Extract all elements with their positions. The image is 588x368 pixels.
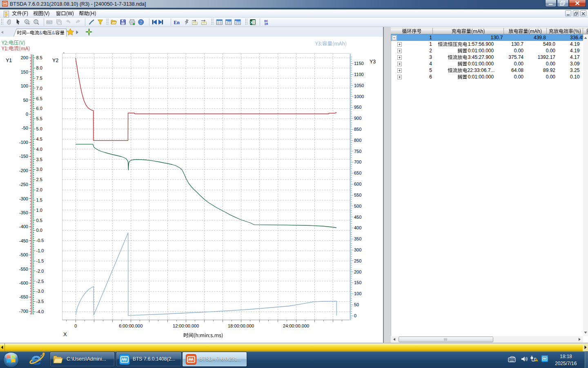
svg-text:-0.5: -0.5 — [36, 238, 44, 243]
svg-text:-3.0: -3.0 — [36, 289, 44, 294]
svg-text:-3.5: -3.5 — [36, 299, 44, 304]
svg-text:-150: -150 — [19, 154, 28, 159]
svg-text:1000: 1000 — [354, 94, 364, 99]
svg-text:7.0: 7.0 — [36, 86, 42, 91]
svg-text:-350: -350 — [19, 210, 28, 215]
svg-text:-400: -400 — [19, 224, 28, 229]
svg-text:IR: IR — [264, 22, 268, 26]
svg-text:8.5: 8.5 — [36, 55, 42, 60]
svg-text:50: 50 — [23, 98, 28, 103]
svg-text:-600: -600 — [19, 280, 28, 285]
svg-text:En: En — [174, 20, 180, 25]
svg-text:300: 300 — [354, 247, 361, 252]
svg-text:200: 200 — [21, 55, 28, 60]
svg-text:700: 700 — [354, 159, 361, 164]
svg-text:-1.5: -1.5 — [36, 258, 44, 263]
svg-text:450: 450 — [354, 215, 361, 220]
svg-text:850: 850 — [354, 127, 361, 132]
svg-text:400: 400 — [354, 225, 361, 230]
svg-text:-650: -650 — [19, 294, 28, 299]
svg-text:Y3: Y3 — [370, 59, 376, 65]
svg-text:1100: 1100 — [354, 72, 364, 77]
svg-text:Y1: Y1 — [6, 58, 12, 63]
svg-text:1.5: 1.5 — [36, 197, 42, 202]
svg-text:3.0: 3.0 — [36, 167, 42, 172]
svg-text:-700: -700 — [19, 309, 28, 314]
svg-text:5.0: 5.0 — [36, 126, 42, 131]
svg-text:-550: -550 — [19, 267, 28, 272]
svg-text:250: 250 — [354, 258, 361, 263]
svg-text:0.5: 0.5 — [36, 218, 42, 223]
svg-text:950: 950 — [354, 105, 361, 110]
svg-text:5.5: 5.5 — [36, 116, 42, 121]
svg-text:-200: -200 — [19, 168, 28, 173]
svg-text:RST: RST — [47, 21, 52, 24]
svg-text:3.5: 3.5 — [36, 157, 42, 162]
svg-text:600: 600 — [354, 182, 361, 186]
svg-text:0: 0 — [74, 323, 77, 328]
svg-text:-2.0: -2.0 — [36, 269, 44, 274]
svg-text:X: X — [250, 20, 253, 25]
svg-text:-4.0: -4.0 — [36, 309, 44, 314]
svg-text:X: X — [63, 331, 67, 337]
svg-text:350: 350 — [354, 236, 361, 241]
svg-text:550: 550 — [354, 193, 361, 197]
svg-text:-2.5: -2.5 — [36, 279, 44, 284]
svg-text:500: 500 — [354, 204, 361, 209]
svg-text:900: 900 — [354, 116, 361, 121]
svg-text:6.0: 6.0 — [36, 106, 42, 111]
svg-text:-250: -250 — [19, 182, 28, 187]
svg-text:Y2: Y2 — [52, 58, 58, 63]
svg-text:12:00:00.000: 12:00:00.000 — [173, 323, 199, 328]
svg-text:7.5: 7.5 — [36, 76, 42, 81]
svg-text:1.0: 1.0 — [36, 208, 42, 213]
svg-text:-300: -300 — [19, 196, 28, 201]
svg-text:100: 100 — [21, 83, 28, 88]
svg-text:1050: 1050 — [354, 83, 364, 88]
svg-text:6.5: 6.5 — [36, 96, 42, 101]
svg-text:24:00:00.000: 24:00:00.000 — [283, 323, 309, 328]
svg-text:100: 100 — [354, 291, 361, 296]
svg-text:1150: 1150 — [354, 61, 364, 66]
svg-text:0: 0 — [26, 112, 28, 117]
svg-text:750: 750 — [354, 149, 361, 154]
svg-text:-50: -50 — [22, 126, 28, 130]
svg-text:50: 50 — [354, 302, 359, 307]
svg-text:2.5: 2.5 — [36, 177, 42, 182]
svg-text:200: 200 — [354, 269, 361, 274]
svg-text:2.0: 2.0 — [36, 187, 42, 192]
svg-text:18:00:00.000: 18:00:00.000 — [228, 323, 254, 328]
svg-text:-450: -450 — [19, 238, 28, 243]
svg-text:-1.0: -1.0 — [36, 248, 44, 253]
svg-text:150: 150 — [21, 70, 28, 74]
svg-text:0.0: 0.0 — [36, 228, 42, 233]
svg-text:4.0: 4.0 — [36, 147, 42, 152]
svg-text:-500: -500 — [19, 252, 28, 257]
svg-text:-100: -100 — [19, 140, 28, 145]
svg-text:8.0: 8.0 — [36, 65, 42, 70]
svg-text:?: ? — [140, 20, 142, 25]
svg-text:6:00:00.000: 6:00:00.000 — [119, 323, 143, 328]
svg-text:800: 800 — [354, 138, 361, 143]
svg-text:4.5: 4.5 — [36, 137, 42, 141]
svg-text:650: 650 — [354, 171, 361, 175]
svg-text:150: 150 — [354, 280, 361, 285]
svg-text:0: 0 — [354, 313, 356, 318]
